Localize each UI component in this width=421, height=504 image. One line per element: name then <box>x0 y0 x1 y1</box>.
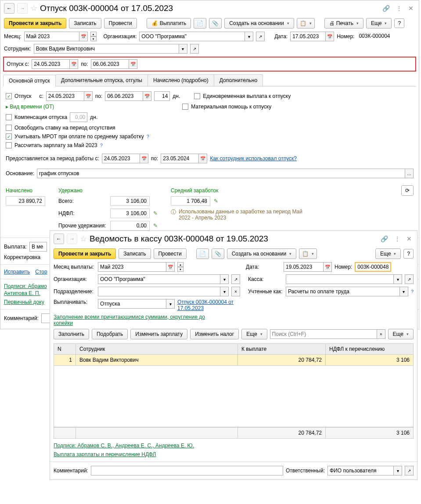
table-more-button2[interactable]: Еще <box>388 329 414 329</box>
date-calendar-button[interactable]: 📅 <box>325 32 334 41</box>
attachment-icon-button[interactable]: 📎 <box>209 18 222 29</box>
nav-forward-button2[interactable]: → <box>67 234 77 244</box>
change-tax-button[interactable]: Изменить налог <box>190 329 239 329</box>
cb-recalc[interactable] <box>6 142 12 148</box>
report-icon-button[interactable]: 📄 <box>194 18 206 29</box>
acct-dropdown[interactable]: ▾ <box>399 287 408 296</box>
kassa-open[interactable]: ↗ <box>405 274 414 284</box>
tab-main-leave[interactable]: Основной отпуск <box>3 75 56 86</box>
leave-to-input[interactable]: 06.06.2023 <box>91 59 129 69</box>
org-input[interactable]: ООО "Программа" <box>139 32 245 41</box>
employee-open-button[interactable]: ↗ <box>190 44 199 54</box>
reason-input[interactable]: график отпусков <box>37 169 405 178</box>
period-to-calendar[interactable]: 📅 <box>198 154 207 163</box>
close-icon[interactable]: ✕ <box>407 5 415 12</box>
pay-input2[interactable]: Отпуска <box>98 299 166 309</box>
num-input2[interactable]: 003К-000048 <box>355 262 391 272</box>
create-based-button2[interactable]: Создать на основании <box>227 248 297 259</box>
cb-leave[interactable]: ✓ <box>6 93 12 99</box>
date-input[interactable]: 17.05.2023 <box>290 32 325 41</box>
favorite-star-icon2[interactable]: ☆ <box>80 234 87 244</box>
report-button2[interactable]: 📄 <box>196 248 209 259</box>
cb-mrot[interactable]: ✓ <box>6 133 12 140</box>
close-icon2[interactable]: ✕ <box>405 235 414 242</box>
table-more-button[interactable]: Еще <box>241 329 267 329</box>
save-button[interactable]: Записать <box>69 18 101 29</box>
recalc-help[interactable]: ? <box>100 143 103 148</box>
month-up2[interactable]: ▲ <box>177 262 184 267</box>
org-input2[interactable]: ООО "Программа" <box>98 274 220 284</box>
doc-link[interactable]: Отпуск 003К-000004 от 17.05.2023 <box>177 299 234 311</box>
employee-input[interactable]: Вовк Вадим Викторович <box>34 44 179 54</box>
date-input2[interactable]: 19.05.2023 <box>284 262 323 272</box>
avg-edit-icon[interactable]: ✎ <box>214 198 218 204</box>
ml-from-input[interactable]: 24.05.2023 <box>46 91 84 101</box>
tab-accrued[interactable]: Начислено (подробно) <box>148 74 214 86</box>
more-button[interactable]: Еще <box>366 18 392 29</box>
refresh-button[interactable]: ⟳ <box>401 185 414 196</box>
post-button2[interactable]: Провести <box>154 248 187 259</box>
payout-input[interactable]: В ме <box>29 242 47 252</box>
print-button[interactable]: 🖨 Печать <box>324 18 363 29</box>
attachment-button2[interactable]: 📎 <box>212 248 224 259</box>
link-icon2[interactable]: 🔗 <box>379 235 390 242</box>
save-button2[interactable]: Записать <box>119 248 151 259</box>
month-down[interactable]: ▼ <box>90 36 97 41</box>
acct-input[interactable]: Расчеты по оплате труда <box>286 287 399 296</box>
month-down2[interactable]: ▼ <box>177 267 184 272</box>
cb-compensation[interactable] <box>6 114 12 120</box>
month-input[interactable]: Май 2023 <box>24 32 79 41</box>
dep-clear[interactable]: × <box>231 287 240 296</box>
reason-expand-button[interactable]: … <box>405 169 414 178</box>
cb-free-rate[interactable] <box>6 125 12 131</box>
leave-from-calendar[interactable]: 📅 <box>69 59 78 69</box>
more-button2[interactable]: Еще <box>375 248 401 259</box>
pay-dropdown2[interactable]: ▾ <box>166 299 175 309</box>
other-edit-icon[interactable]: ✎ <box>153 223 158 229</box>
tab-extra[interactable]: Дополнительно <box>214 74 263 86</box>
nav-forward-button[interactable]: → <box>17 3 28 14</box>
period-from-calendar[interactable]: 📅 <box>140 154 148 163</box>
period-to-input[interactable]: 23.05.2024 <box>161 154 198 163</box>
kebab-menu-icon2[interactable]: ⋮ <box>392 235 402 242</box>
post-and-close-button[interactable]: Провести и закрыть <box>4 18 66 29</box>
acct-help[interactable]: ? <box>411 289 414 294</box>
cb-material-aid[interactable] <box>182 104 188 110</box>
org-open-button[interactable]: ↗ <box>256 32 265 41</box>
help-button[interactable]: ? <box>394 18 404 28</box>
employee-dropdown-button[interactable]: ▾ <box>179 44 187 54</box>
usage-link[interactable]: Как сотрудник использовал отпуск? <box>210 155 297 162</box>
create-based-button[interactable]: Создать на основании <box>224 18 294 29</box>
primary-doc-link[interactable]: Первичный доку <box>4 299 44 305</box>
change-salary-button[interactable]: Изменить зарплату <box>130 329 187 329</box>
comp-days-input[interactable]: 0,00 <box>70 112 87 122</box>
month-input2[interactable]: Май 2023 <box>98 262 166 272</box>
signatures-link[interactable]: Подписи: Абрамо <box>4 283 47 289</box>
org-open2[interactable]: ↗ <box>231 274 240 284</box>
settings-icon-button[interactable]: 📋 <box>297 18 315 29</box>
time-type-link[interactable]: Вид времени (ОТ) <box>6 104 54 110</box>
storno-link[interactable]: Стор <box>35 269 47 275</box>
nav-back-button2[interactable]: ← <box>54 234 64 244</box>
ml-from-calendar[interactable]: 📅 <box>84 91 93 101</box>
fill-settings-link[interactable]: Заполнение всеми причитающимися суммами,… <box>54 314 220 326</box>
period-from-input[interactable]: 24.05.2023 <box>102 154 140 163</box>
org-dropdown-button[interactable]: ▾ <box>245 32 253 41</box>
post-button[interactable]: Провести <box>104 18 137 29</box>
date-calendar2[interactable]: 📅 <box>323 262 332 272</box>
fix-link[interactable]: Исправить <box>4 269 30 275</box>
fill-button[interactable]: Заполнить <box>54 329 89 329</box>
ml-to-calendar[interactable]: 📅 <box>143 91 151 101</box>
leave-from-input[interactable]: 24.05.2023 <box>32 59 69 69</box>
dep-dropdown[interactable]: ▾ <box>220 287 229 296</box>
cb-lump-sum[interactable] <box>194 93 200 99</box>
dep-input[interactable] <box>98 287 220 296</box>
ml-days-input[interactable]: 14 <box>154 91 170 101</box>
leave-to-calendar[interactable]: 📅 <box>129 59 137 69</box>
nav-back-button[interactable]: ← <box>4 3 14 14</box>
ml-to-input[interactable]: 06.06.2023 <box>105 91 143 101</box>
kassa-input[interactable] <box>286 274 393 284</box>
kebab-menu-icon[interactable]: ⋮ <box>394 5 404 12</box>
pick-button[interactable]: Подобрать <box>92 329 128 329</box>
link-icon[interactable]: 🔗 <box>381 5 392 12</box>
